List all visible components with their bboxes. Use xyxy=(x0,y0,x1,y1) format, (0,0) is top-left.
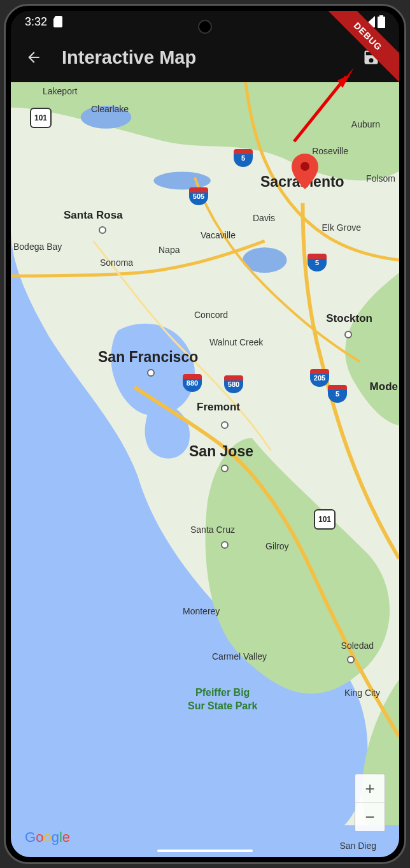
shield-us101: 101 xyxy=(314,509,336,530)
city-stockton: Stockton xyxy=(326,312,372,325)
shield-i205: 205 xyxy=(310,369,329,387)
save-icon xyxy=(362,48,380,66)
back-button[interactable] xyxy=(18,42,49,73)
signal-icon xyxy=(362,16,375,27)
shield-i580: 580 xyxy=(224,375,243,393)
zoom-out-button[interactable]: − xyxy=(355,803,385,831)
city-dot xyxy=(99,226,106,234)
map[interactable]: Lakeport Clearlake Auburn Roseville Sacr… xyxy=(11,82,399,857)
shield-i505: 505 xyxy=(189,187,208,205)
wifi-icon xyxy=(346,16,360,27)
city-sonoma: Sonoma xyxy=(100,257,133,268)
annotation-arrow xyxy=(288,65,364,148)
city-bodegabay: Bodega Bay xyxy=(13,242,62,252)
city-gilroy: Gilroy xyxy=(265,541,289,551)
google-g: G xyxy=(25,829,36,845)
svg-line-0 xyxy=(294,76,346,141)
device-body: DEBUG 3:32 Int xyxy=(4,4,406,864)
city-dot xyxy=(147,369,155,377)
city-fremont: Fremont xyxy=(197,401,240,414)
city-carmelvalley: Carmel Valley xyxy=(212,651,267,662)
city-sanfrancisco: San Francisco xyxy=(98,349,198,366)
city-folsom: Folsom xyxy=(366,173,395,184)
city-modesto: Mode xyxy=(370,380,398,393)
shield-i5: 5 xyxy=(234,149,253,167)
city-lakeport: Lakeport xyxy=(43,86,77,96)
camera-hole xyxy=(198,20,212,34)
park-pfeiffer: Pfeiffer BigSur State Park xyxy=(188,686,257,713)
google-g2: g xyxy=(52,829,59,845)
google-e: e xyxy=(62,829,70,845)
google-logo: Google xyxy=(25,829,70,846)
device-frame: DEBUG 3:32 Int xyxy=(0,0,410,868)
city-santacruz: Santa Cruz xyxy=(190,524,235,535)
city-elkgrove: Elk Grove xyxy=(322,222,361,233)
arrow-back-icon xyxy=(25,49,42,66)
shield-i5: 5 xyxy=(308,254,327,271)
city-napa: Napa xyxy=(159,245,180,255)
city-monterey: Monterey xyxy=(183,606,220,616)
shield-i880: 880 xyxy=(183,374,202,392)
city-davis: Davis xyxy=(253,213,275,223)
city-walnutcreek: Walnut Creek xyxy=(209,337,263,347)
zoom-in-button[interactable]: + xyxy=(355,774,385,803)
city-santarosa: Santa Rosa xyxy=(64,209,123,222)
battery-icon xyxy=(378,15,385,28)
city-dot xyxy=(221,541,229,549)
google-o1: o xyxy=(36,829,43,845)
city-dot xyxy=(221,421,229,429)
city-kingcity: King City xyxy=(344,688,380,698)
city-dot xyxy=(221,465,229,472)
shield-us101: 101 xyxy=(30,108,52,128)
sdcard-icon xyxy=(53,16,64,27)
svg-point-6 xyxy=(300,162,309,171)
city-dot xyxy=(344,331,352,338)
city-concord: Concord xyxy=(194,310,228,320)
city-clearlake: Clearlake xyxy=(91,104,129,114)
zoom-controls: + − xyxy=(355,774,385,832)
city-vacaville: Vacaville xyxy=(201,230,236,240)
screen: DEBUG 3:32 Int xyxy=(11,11,399,857)
city-soledad: Soledad xyxy=(341,640,374,651)
city-sanjose: San Jose xyxy=(189,443,253,460)
google-o2: o xyxy=(43,829,51,845)
gesture-handle[interactable] xyxy=(157,850,253,852)
city-dot xyxy=(347,656,355,663)
map-marker-icon[interactable] xyxy=(291,154,319,189)
city-bottom: San Dieg xyxy=(339,841,376,851)
status-time: 3:32 xyxy=(25,15,47,29)
shield-i5: 5 xyxy=(328,385,347,403)
